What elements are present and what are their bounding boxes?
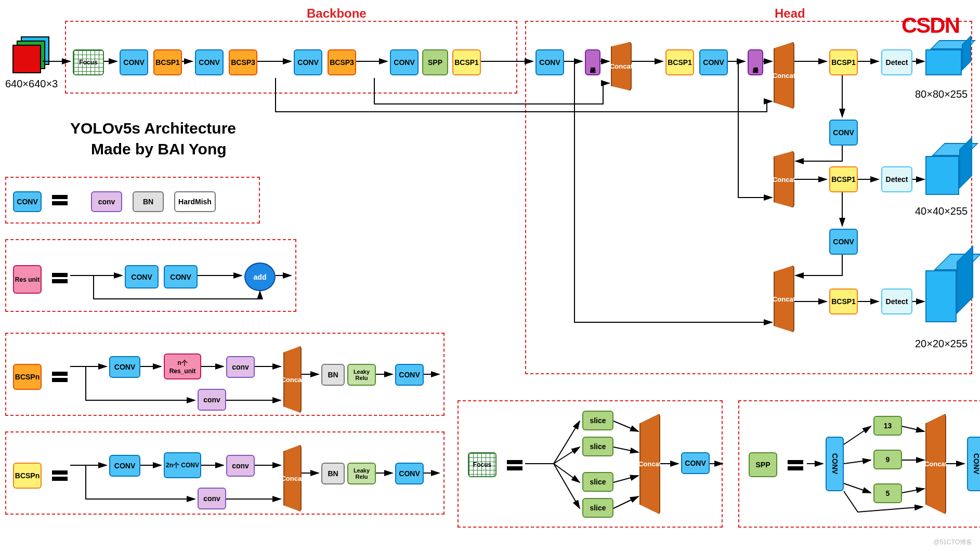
head-upsample-1: 上采样 — [585, 49, 600, 75]
legend-bcspn-y-convsm: conv — [226, 455, 255, 477]
legend-spp-convout: CONV — [967, 437, 980, 491]
author: Made by BAI Yong — [91, 140, 227, 158]
equals-icon — [52, 195, 68, 205]
legend-bcspn-o-convsm2: conv — [198, 389, 226, 411]
backbone-conv-2: CONV — [195, 49, 224, 75]
corner-watermark: @51CTO博客 — [933, 538, 972, 547]
backbone-bcsp1-1: BCSP1 — [153, 49, 182, 75]
legend-bcspn-y-bn: BN — [321, 463, 345, 484]
head-conv-4: CONV — [829, 229, 858, 255]
head-detect-2: Detect — [881, 166, 912, 192]
output-dim-3: 20×20×255 — [915, 338, 968, 350]
equals-icon-3 — [52, 372, 68, 382]
backbone-conv-3: CONV — [294, 49, 322, 75]
input-channel-r — [12, 45, 41, 73]
legend-focus-concat: Concat — [639, 413, 660, 515]
head-bcsp1-2: BCSP1 — [829, 49, 858, 75]
legend-spp-pool-13: 13 — [873, 416, 902, 436]
head-concat-1: Concat — [611, 42, 632, 91]
head-detect-3: Detect — [881, 288, 912, 314]
head-conv-2: CONV — [699, 49, 728, 75]
legend-res-add: add — [244, 263, 276, 291]
legend-bcspn-y-concat: Concat — [283, 444, 302, 512]
output-dim-1: 80×80×255 — [915, 88, 968, 100]
legend-bcspn-y-leaky: Leaky Relu — [347, 463, 376, 484]
head-bcsp1-1: BCSP1 — [665, 49, 694, 75]
legend-focus-label: Focus — [468, 452, 496, 477]
head-conv-3: CONV — [829, 120, 858, 146]
legend-focus-conv: CONV — [681, 452, 710, 474]
legend-bcspn-o-out: CONV — [395, 364, 424, 386]
csdn-watermark: CSDN — [901, 13, 959, 38]
legend-res-label: Res unit — [13, 265, 42, 294]
legend-bcspn-o-nres: n个 Res_unit — [164, 353, 201, 379]
backbone-bcsp1-2: BCSP1 — [452, 49, 481, 75]
legend-spp-pool-9: 9 — [873, 450, 902, 469]
head-bcsp1-4: BCSP1 — [829, 288, 858, 314]
head-concat-2: Concat — [774, 42, 794, 109]
backbone-label: Backbone — [307, 6, 367, 21]
legend-bcspn-y-convsm2: conv — [198, 488, 226, 509]
legend-res-conv2: CONV — [164, 265, 198, 288]
head-upsample-2: 上采样 — [748, 49, 763, 75]
backbone-conv-1: CONV — [120, 49, 148, 75]
legend-conv-label: CONV — [13, 191, 42, 212]
legend-bcspn-o-bn: BN — [321, 364, 345, 386]
backbone-spp: SPP — [422, 49, 448, 75]
head-detect-1: Detect — [881, 49, 912, 75]
legend-bcspn-o-label: BCSPn — [13, 364, 42, 390]
equals-icon-4 — [52, 470, 68, 481]
legend-conv-part-bn: BN — [133, 191, 164, 212]
legend-spp-convin: CONV — [826, 437, 844, 491]
legend-bcspn-y-n2conv: 2n个 CONV — [164, 452, 201, 478]
equals-icon-2 — [52, 273, 68, 283]
legend-spp-pool-5: 5 — [873, 483, 902, 503]
legend-focus-slice1: slice — [582, 411, 613, 430]
legend-focus-slice4: slice — [582, 498, 613, 518]
head-concat-3: Concat — [774, 151, 794, 208]
legend-bcspn-y-label: BCSPn — [13, 463, 42, 489]
legend-focus-slice2: slice — [582, 437, 613, 456]
legend-conv-part-conv: conv — [91, 191, 122, 212]
legend-bcspn-o-conv: CONV — [109, 356, 140, 378]
legend-focus-slice3: slice — [582, 472, 613, 492]
legend-bcspn-o-leaky: Leaky Relu — [347, 364, 376, 386]
legend-bcspn-y-conv: CONV — [109, 455, 140, 477]
legend-bcspn-y-out: CONV — [395, 463, 424, 484]
head-label: Head — [775, 6, 805, 21]
legend-bcspn-o-concat: Concat — [283, 346, 302, 413]
backbone-bcsp3-2: BCSP3 — [328, 49, 356, 75]
legend-spp-concat: Concat — [925, 413, 946, 515]
equals-icon-6 — [788, 460, 803, 470]
focus-block: Focus — [73, 49, 104, 75]
legend-conv-part-hardmish: HardMish — [174, 191, 216, 212]
legend-bcspn-o-convsm: conv — [226, 356, 255, 378]
equals-icon-5 — [507, 460, 522, 470]
backbone-bcsp3-1: BCSP3 — [229, 49, 257, 75]
head-concat-4: Concat — [774, 265, 794, 333]
backbone-conv-4: CONV — [390, 49, 419, 75]
head-conv-1: CONV — [535, 49, 564, 75]
title: YOLOv5s Architecture — [70, 120, 236, 137]
head-bcsp1-3: BCSP1 — [829, 166, 858, 192]
legend-spp-label: SPP — [749, 452, 777, 477]
output-dim-2: 40×40×255 — [915, 205, 968, 217]
legend-res-conv1: CONV — [125, 265, 159, 288]
input-dim: 640×640×3 — [5, 78, 58, 90]
